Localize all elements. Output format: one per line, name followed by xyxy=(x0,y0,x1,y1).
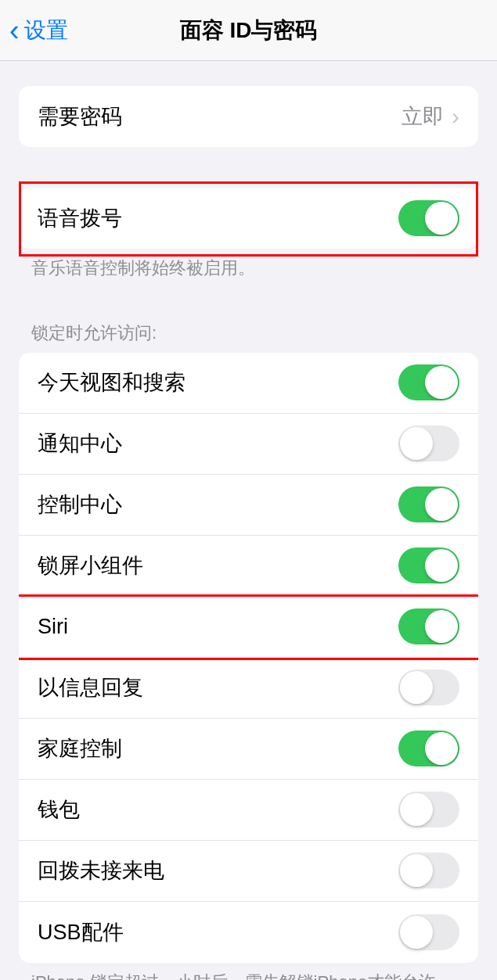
toggle-knob xyxy=(400,427,433,460)
voice-dial-row: 语音拨号 xyxy=(19,188,478,249)
lock-access-label: 回拨未接来电 xyxy=(38,856,164,885)
lock-access-footer: iPhone 锁定超过一小时后，需先解锁iPhone才能允许USB 配件连接。 xyxy=(0,963,497,980)
toggle-knob xyxy=(425,366,458,399)
voice-dial-label: 语音拨号 xyxy=(38,204,122,232)
toggle-knob xyxy=(400,854,433,887)
chevron-right-icon: › xyxy=(452,103,459,130)
section-voice-dial: 语音拨号 音乐语音控制将始终被启用。 xyxy=(0,188,497,281)
require-passcode-value-text: 立即 xyxy=(402,102,444,131)
page-title: 面容 ID与密码 xyxy=(180,16,318,45)
lock-access-toggle[interactable] xyxy=(398,792,459,827)
toggle-knob xyxy=(400,671,433,704)
require-passcode-label: 需要密码 xyxy=(38,102,122,131)
lock-access-label: 今天视图和搜索 xyxy=(38,368,185,397)
back-label: 设置 xyxy=(24,16,68,45)
toggle-knob xyxy=(425,610,458,643)
lock-access-label: USB配件 xyxy=(38,918,124,946)
lock-access-toggle[interactable] xyxy=(398,425,459,461)
lock-access-label: 控制中心 xyxy=(38,490,122,519)
toggle-knob xyxy=(425,549,458,582)
lock-access-toggle[interactable] xyxy=(398,731,459,766)
lock-access-row: 今天视图和搜索 xyxy=(19,353,478,414)
lock-access-toggle[interactable] xyxy=(398,486,459,522)
lock-access-label: 家庭控制 xyxy=(38,734,122,763)
lock-access-label: Siri xyxy=(38,615,68,639)
lock-access-row: 锁屏小组件 xyxy=(19,536,478,597)
lock-access-label: 钱包 xyxy=(38,795,80,824)
section-require-passcode: 需要密码 立即 › xyxy=(0,86,497,147)
lock-access-toggle[interactable] xyxy=(398,853,459,888)
lock-access-toggle[interactable] xyxy=(398,608,459,644)
lock-access-row: 回拨未接来电 xyxy=(19,841,478,902)
lock-access-row: 以信息回复 xyxy=(19,658,478,719)
lock-access-row: 通知中心 xyxy=(19,414,478,475)
lock-access-row: 家庭控制 xyxy=(19,719,478,780)
lock-access-toggle[interactable] xyxy=(398,364,459,400)
lock-access-label: 以信息回复 xyxy=(38,673,143,702)
require-passcode-row[interactable]: 需要密码 立即 › xyxy=(19,86,478,147)
content: 需要密码 立即 › 语音拨号 音乐语音控制将始终被启用。 锁定时允许访问: xyxy=(0,86,497,980)
lock-access-row: USB配件 xyxy=(19,902,478,963)
toggle-knob xyxy=(425,732,458,765)
navigation-bar: ‹ 设置 面容 ID与密码 xyxy=(0,0,497,61)
lock-access-row: Siri xyxy=(19,597,478,658)
list-group: 需要密码 立即 › xyxy=(19,86,478,147)
voice-dial-footer: 音乐语音控制将始终被启用。 xyxy=(0,249,497,281)
list-group: 语音拨号 xyxy=(19,188,478,249)
lock-access-row: 钱包 xyxy=(19,780,478,841)
lock-access-label: 通知中心 xyxy=(38,429,122,458)
lock-access-toggle[interactable] xyxy=(398,547,459,583)
chevron-left-icon: ‹ xyxy=(9,16,20,45)
lock-access-toggle[interactable] xyxy=(398,914,459,950)
section-lock-access: 锁定时允许访问: 今天视图和搜索通知中心控制中心锁屏小组件Siri以信息回复家庭… xyxy=(0,321,497,980)
lock-access-row: 控制中心 xyxy=(19,475,478,536)
lock-access-label: 锁屏小组件 xyxy=(38,551,143,580)
require-passcode-value: 立即 › xyxy=(402,102,459,131)
lock-access-list: 今天视图和搜索通知中心控制中心锁屏小组件Siri以信息回复家庭控制钱包回拨未接来… xyxy=(19,353,478,963)
lock-access-toggle[interactable] xyxy=(398,669,459,705)
lock-access-header: 锁定时允许访问: xyxy=(0,321,497,353)
toggle-knob xyxy=(400,793,433,826)
toggle-knob xyxy=(400,916,433,949)
voice-dial-toggle[interactable] xyxy=(398,200,459,236)
back-button[interactable]: ‹ 设置 xyxy=(0,16,68,45)
toggle-knob xyxy=(425,488,458,521)
toggle-knob xyxy=(425,202,458,235)
